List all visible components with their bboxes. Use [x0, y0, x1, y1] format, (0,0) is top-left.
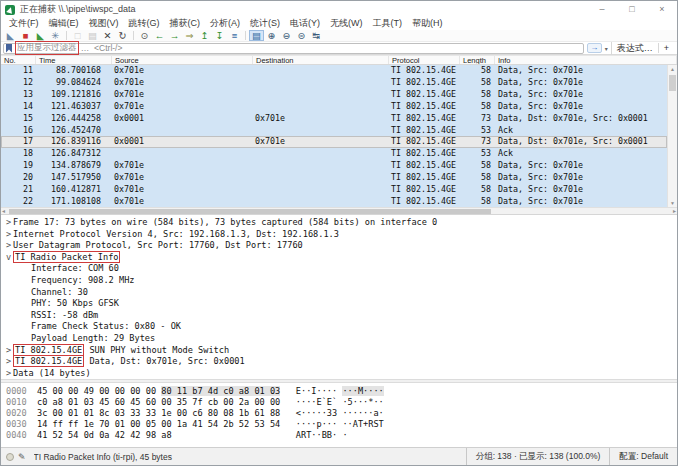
- close-button[interactable]: ×: [647, 1, 677, 17]
- autoscroll-icon[interactable]: ≡: [227, 30, 242, 41]
- cell-src: 0x0001: [112, 136, 253, 147]
- cell-src: 0x701e: [112, 172, 253, 183]
- column-header-time[interactable]: Time: [36, 56, 112, 64]
- zoom-original-icon[interactable]: ⊜: [294, 30, 309, 41]
- wireshark-window: 正在捕获 \\.\pipe\tiwspc_data –□× 文件(F)编辑(E)…: [0, 0, 678, 466]
- start-capture-icon[interactable]: ◣: [3, 30, 18, 41]
- last-packet-icon[interactable]: ↧: [212, 30, 227, 41]
- add-filter-button[interactable]: +: [658, 43, 674, 53]
- zoom-out-icon[interactable]: ⊖: [279, 30, 294, 41]
- filter-history-caret-icon[interactable]: ▾: [605, 45, 608, 52]
- hex-row[interactable]: 0030 14 ff ff 1e 70 01 00 05 00 1a 41 54…: [6, 419, 677, 430]
- detail-line[interactable]: >TI 802.15.4GE Data, Dst: 0x701e, Src: 0…: [1, 356, 677, 368]
- detail-text: PHY: 50 Kbps GFSK: [31, 298, 119, 308]
- menu-item[interactable]: 视图(V): [84, 17, 124, 30]
- restart-capture-icon[interactable]: ◣: [33, 30, 48, 41]
- expander-icon[interactable]: v: [4, 252, 13, 264]
- packet-row[interactable]: 22171.1081080x701eTI 802.15.4GE58Data, S…: [1, 195, 667, 207]
- menu-item[interactable]: 电话(Y): [285, 17, 325, 30]
- packet-row[interactable]: 16126.452470TI 802.15.4GE53Ack: [1, 124, 667, 136]
- expander-icon[interactable]: >: [4, 368, 13, 379]
- next-packet-icon[interactable]: →: [167, 30, 182, 41]
- hex-ascii: <·····33: [296, 408, 337, 418]
- scroll-left-icon[interactable]: ◂: [2, 208, 5, 215]
- hex-row[interactable]: 0010 c0 a8 01 03 45 60 45 60 00 35 7f cb…: [6, 397, 677, 408]
- expression-button[interactable]: 表达式…: [611, 42, 658, 55]
- goto-packet-icon[interactable]: ⇒: [182, 30, 197, 41]
- menu-item[interactable]: 文件(F): [4, 17, 44, 30]
- detail-line[interactable]: >Frame 17: 73 bytes on wire (584 bits), …: [1, 217, 677, 229]
- packet-row[interactable]: 21160.4128710x701eTI 802.15.4GE58Data, S…: [1, 183, 667, 195]
- packet-list-vertical-scrollbar[interactable]: ▲ ▼: [667, 65, 677, 207]
- reload-icon[interactable]: ↻: [115, 30, 130, 41]
- scroll-right-icon[interactable]: ▸: [673, 208, 676, 215]
- filter-bookmark-icon[interactable]: [6, 44, 12, 53]
- menu-item[interactable]: 无线(W): [325, 17, 368, 30]
- detail-line[interactable]: RSSI: -58 dBm: [1, 310, 677, 322]
- column-header-dst[interactable]: Destination: [253, 56, 389, 64]
- stop-capture-icon[interactable]: ■: [18, 30, 33, 41]
- column-header-no[interactable]: No.: [1, 56, 36, 64]
- scroll-down-icon[interactable]: ▼: [668, 200, 677, 206]
- packet-list-horizontal-scrollbar[interactable]: ◂ ▸: [1, 207, 677, 215]
- hex-row[interactable]: 0040 41 52 54 0d 0a 42 42 98 a8 ART··BB·…: [6, 430, 677, 441]
- packet-row[interactable]: 13109.1218160x701eTI 802.15.4GE58Data, S…: [1, 89, 667, 101]
- detail-line[interactable]: vTI Radio Packet Info: [1, 252, 677, 264]
- detail-line[interactable]: PHY: 50 Kbps GFSK: [1, 298, 677, 310]
- packet-row[interactable]: 14121.4630370x701eTI 802.15.4GE58Data, S…: [1, 100, 667, 112]
- find-packet-icon[interactable]: ⊙: [137, 30, 152, 41]
- capture-options-icon[interactable]: ✳: [48, 30, 63, 41]
- cell-no: 22: [1, 196, 36, 207]
- detail-line[interactable]: Frame Check Status: 0x80 - OK: [1, 321, 677, 333]
- expander-icon[interactable]: >: [4, 229, 13, 241]
- packet-row[interactable]: 20147.5179500x701eTI 802.15.4GE58Data, S…: [1, 171, 667, 183]
- close-capture-icon[interactable]: ✕: [100, 30, 115, 41]
- menu-item[interactable]: 编辑(E): [44, 17, 84, 30]
- resize-columns-icon[interactable]: ↹: [309, 30, 324, 41]
- previous-packet-icon[interactable]: ←: [152, 30, 167, 41]
- column-header-info[interactable]: Info: [495, 56, 677, 64]
- packet-row[interactable]: 18126.847312TI 802.15.4GE53Ack: [1, 148, 667, 160]
- apply-filter-button[interactable]: →: [587, 43, 602, 53]
- window-title: 正在捕获 \\.\pipe\tiwspc_data: [20, 3, 136, 16]
- expander-icon[interactable]: >: [4, 356, 13, 368]
- detail-line[interactable]: Frequency: 908.2 MHz: [1, 275, 677, 287]
- column-header-src[interactable]: Source: [112, 56, 253, 64]
- maximize-button[interactable]: □: [617, 1, 647, 17]
- minimize-button[interactable]: –: [587, 1, 617, 17]
- packet-row[interactable]: 19134.8786790x701eTI 802.15.4GE58Data, S…: [1, 160, 667, 172]
- packet-row[interactable]: 15126.4442580x00010x701eTI 802.15.4GE73D…: [1, 112, 667, 124]
- vertical-scroll-thumb[interactable]: [669, 75, 676, 91]
- column-header-len[interactable]: Length: [460, 56, 495, 64]
- column-header-proto[interactable]: Protocol: [389, 56, 460, 64]
- menu-item[interactable]: 统计(S): [245, 17, 285, 30]
- display-filter-input[interactable]: 应用显示过滤器 … <Ctrl-/>: [3, 43, 584, 54]
- capture-comment-icon[interactable]: ✎: [18, 452, 26, 462]
- scroll-up-icon[interactable]: ▲: [668, 66, 677, 72]
- menu-item[interactable]: 跳转(G): [124, 17, 165, 30]
- zoom-in-icon[interactable]: ⊕: [264, 30, 279, 41]
- detail-line[interactable]: Payload Length: 29 Bytes: [1, 333, 677, 345]
- packet-row[interactable]: 1299.0846240x701eTI 802.15.4GE58Data, Sr…: [1, 77, 667, 89]
- status-profile[interactable]: 配置: Default: [609, 448, 677, 465]
- hex-row[interactable]: 0020 3c 00 01 01 8c 03 33 33 1e 00 c6 80…: [6, 408, 677, 419]
- horizontal-scroll-thumb[interactable]: [9, 209, 491, 214]
- expander-icon[interactable]: >: [4, 345, 13, 357]
- detail-line[interactable]: Channel: 30: [1, 287, 677, 299]
- expander-icon[interactable]: >: [4, 240, 13, 252]
- expert-info-icon[interactable]: [6, 453, 14, 461]
- packet-row[interactable]: 17126.8391160x00010x701eTI 802.15.4GE73D…: [1, 136, 667, 148]
- expander-icon[interactable]: >: [4, 217, 13, 229]
- hex-row[interactable]: 0000 45 00 00 49 00 00 00 00 80 11 b7 4d…: [6, 386, 677, 397]
- detail-line[interactable]: >Data (14 bytes): [1, 368, 677, 379]
- colorize-icon[interactable]: ▤: [249, 30, 264, 41]
- detail-line[interactable]: >TI 802.15.4GE SUN PHY without Mode Swit…: [1, 345, 677, 357]
- menu-item[interactable]: 捕获(C): [165, 17, 206, 30]
- first-packet-icon[interactable]: ↥: [197, 30, 212, 41]
- menu-item[interactable]: 分析(A): [205, 17, 245, 30]
- menu-item[interactable]: 工具(T): [368, 17, 408, 30]
- packet-row[interactable]: 1188.7001680x701eTI 802.15.4GE58Data, Sr…: [1, 65, 667, 77]
- menu-item[interactable]: 帮助(H): [407, 17, 448, 30]
- detail-line[interactable]: >Internet Protocol Version 4, Src: 192.1…: [1, 229, 677, 241]
- detail-line[interactable]: Interface: COM 60: [1, 263, 677, 275]
